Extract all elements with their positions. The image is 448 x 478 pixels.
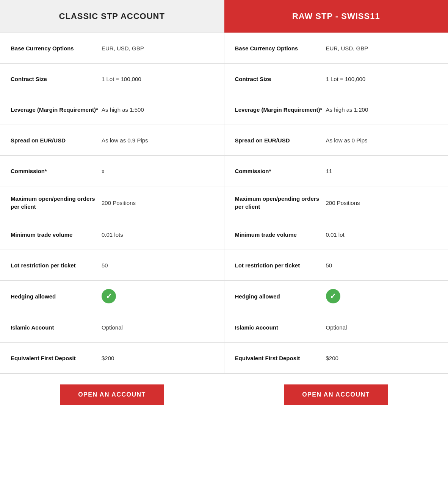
- row-value: EUR, USD, GBP: [326, 45, 438, 52]
- row-label: Commission*: [235, 167, 326, 175]
- row-label: Lot restriction per ticket: [235, 261, 326, 269]
- footer-row: OPEN AN ACCOUNT OPEN AN ACCOUNT: [0, 373, 448, 416]
- comparison-row: Lot restriction per ticket50Lot restrict…: [0, 250, 448, 280]
- row-value: Optional: [102, 324, 213, 331]
- right-section: Hedging allowed✓: [224, 281, 448, 312]
- comparison-row: Leverage (Margin Requirement)*As high as…: [0, 94, 448, 125]
- row-label: Leverage (Margin Requirement)*: [235, 106, 326, 114]
- left-section: Base Currency OptionsEUR, USD, GBP: [0, 33, 224, 63]
- row-label: Equivalent First Deposit: [235, 354, 326, 362]
- right-section: Islamic AccountOptional: [224, 312, 448, 342]
- row-value: x: [102, 168, 213, 174]
- row-value: 11: [326, 168, 438, 174]
- right-section: Maximum open/pending orders per client20…: [224, 186, 448, 219]
- row-value: 0.01 lot: [326, 231, 438, 238]
- row-label: Commission*: [11, 167, 102, 175]
- row-label: Islamic Account: [235, 323, 326, 331]
- row-value: 200 Positions: [102, 200, 213, 206]
- row-value: 50: [102, 262, 213, 269]
- row-value: 50: [326, 262, 438, 269]
- comparison-row: Spread on EUR/USDAs low as 0.9 PipsSprea…: [0, 125, 448, 155]
- comparison-row: Maximum open/pending orders per client20…: [0, 186, 448, 219]
- row-label: Contract Size: [235, 75, 326, 83]
- row-value: As low as 0 Pips: [326, 137, 438, 144]
- left-section: Equivalent First Deposit$200: [0, 343, 224, 373]
- row-value: 200 Positions: [326, 200, 438, 206]
- classic-footer-cell: OPEN AN ACCOUNT: [0, 384, 224, 405]
- right-section: Contract Size1 Lot = 100,000: [224, 64, 448, 94]
- row-label: Spread on EUR/USD: [235, 136, 326, 144]
- left-section: Leverage (Margin Requirement)*As high as…: [0, 94, 224, 125]
- comparison-row: Hedging allowed✓Hedging allowed✓: [0, 280, 448, 312]
- row-label: Spread on EUR/USD: [11, 136, 102, 144]
- raw-footer-cell: OPEN AN ACCOUNT: [224, 384, 448, 405]
- row-value: $200: [102, 355, 213, 361]
- row-label: Hedging allowed: [235, 292, 326, 300]
- check-circle-icon: ✓: [326, 289, 340, 303]
- comparison-row: Commission*xCommission*11: [0, 155, 448, 186]
- check-circle-icon: ✓: [102, 289, 116, 303]
- comparison-row: Contract Size1 Lot = 100,000Contract Siz…: [0, 63, 448, 94]
- row-value: As high as 1:500: [102, 106, 213, 113]
- row-label: Leverage (Margin Requirement)*: [11, 106, 102, 114]
- row-label: Islamic Account: [11, 323, 102, 331]
- right-section: Lot restriction per ticket50: [224, 250, 448, 280]
- row-label: Minimum trade volume: [11, 231, 102, 239]
- row-label: Contract Size: [11, 75, 102, 83]
- row-value: Optional: [326, 324, 438, 331]
- right-section: Minimum trade volume0.01 lot: [224, 219, 448, 250]
- left-section: Hedging allowed✓: [0, 281, 224, 312]
- row-label: Lot restriction per ticket: [11, 261, 102, 269]
- right-section: Spread on EUR/USDAs low as 0 Pips: [224, 125, 448, 155]
- row-value: 0.01 lots: [102, 231, 213, 238]
- left-section: Spread on EUR/USDAs low as 0.9 Pips: [0, 125, 224, 155]
- header-row: CLASSIC STP ACCOUNT RAW STP - SWISS11: [0, 0, 448, 33]
- rows-container: Base Currency OptionsEUR, USD, GBPBase C…: [0, 33, 448, 373]
- comparison-row: Equivalent First Deposit$200Equivalent F…: [0, 342, 448, 373]
- checkmark-icon: ✓: [330, 292, 336, 301]
- checkmark-icon: ✓: [106, 292, 112, 301]
- right-section: Leverage (Margin Requirement)*As high as…: [224, 94, 448, 125]
- row-label: Maximum open/pending orders per client: [11, 195, 102, 211]
- raw-open-account-button[interactable]: OPEN AN ACCOUNT: [284, 384, 388, 405]
- right-section: Base Currency OptionsEUR, USD, GBP: [224, 33, 448, 63]
- row-label: Base Currency Options: [235, 44, 326, 52]
- comparison-row: Islamic AccountOptionalIslamic AccountOp…: [0, 312, 448, 342]
- classic-header: CLASSIC STP ACCOUNT: [0, 0, 224, 33]
- left-section: Maximum open/pending orders per client20…: [0, 186, 224, 219]
- row-label: Base Currency Options: [11, 44, 102, 52]
- left-section: Lot restriction per ticket50: [0, 250, 224, 280]
- comparison-row: Base Currency OptionsEUR, USD, GBPBase C…: [0, 33, 448, 63]
- row-value: As high as 1:200: [326, 106, 438, 113]
- left-section: Minimum trade volume0.01 lots: [0, 219, 224, 250]
- row-value: 1 Lot = 100,000: [102, 76, 213, 82]
- classic-open-account-button[interactable]: OPEN AN ACCOUNT: [60, 384, 164, 405]
- comparison-row: Minimum trade volume0.01 lotsMinimum tra…: [0, 219, 448, 250]
- row-label: Hedging allowed: [11, 292, 102, 300]
- row-value: $200: [326, 355, 438, 361]
- row-label: Equivalent First Deposit: [11, 354, 102, 362]
- row-label: Minimum trade volume: [235, 231, 326, 239]
- right-section: Commission*11: [224, 156, 448, 186]
- left-section: Contract Size1 Lot = 100,000: [0, 64, 224, 94]
- row-value: ✓: [102, 289, 213, 303]
- row-label: Maximum open/pending orders per client: [235, 195, 326, 211]
- comparison-container: CLASSIC STP ACCOUNT RAW STP - SWISS11 Ba…: [0, 0, 448, 416]
- right-section: Equivalent First Deposit$200: [224, 343, 448, 373]
- row-value: As low as 0.9 Pips: [102, 137, 213, 144]
- row-value: ✓: [326, 289, 438, 303]
- row-value: EUR, USD, GBP: [102, 45, 213, 52]
- left-section: Islamic AccountOptional: [0, 312, 224, 342]
- raw-header: RAW STP - SWISS11: [224, 0, 448, 33]
- left-section: Commission*x: [0, 156, 224, 186]
- row-value: 1 Lot = 100,000: [326, 76, 438, 82]
